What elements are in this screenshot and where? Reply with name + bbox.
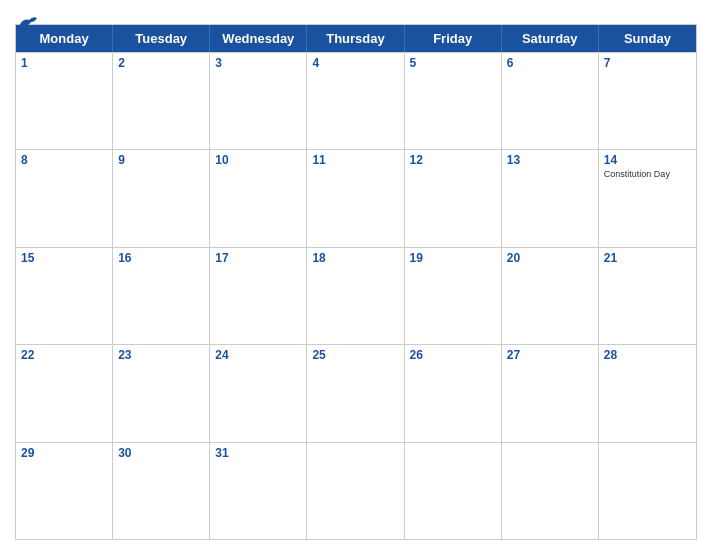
day-number: 1 <box>21 56 107 70</box>
day-cell: 7 <box>599 53 696 149</box>
day-number: 29 <box>21 446 107 460</box>
day-cell: 28 <box>599 345 696 441</box>
day-number: 26 <box>410 348 496 362</box>
day-cell: 6 <box>502 53 599 149</box>
weeks-container: 1234567891011121314Constitution Day15161… <box>16 52 696 539</box>
day-cell: 14Constitution Day <box>599 150 696 246</box>
day-cell: 1 <box>16 53 113 149</box>
day-cell: 13 <box>502 150 599 246</box>
calendar-header <box>15 10 697 18</box>
day-number: 27 <box>507 348 593 362</box>
day-cell: 3 <box>210 53 307 149</box>
day-cell: 24 <box>210 345 307 441</box>
week-row-1: 1234567 <box>16 52 696 149</box>
day-cell: 9 <box>113 150 210 246</box>
day-cell: 18 <box>307 248 404 344</box>
day-headers-row: MondayTuesdayWednesdayThursdayFridaySatu… <box>16 25 696 52</box>
day-number: 4 <box>312 56 398 70</box>
day-cell: 23 <box>113 345 210 441</box>
day-cell: 31 <box>210 443 307 539</box>
day-cell: 8 <box>16 150 113 246</box>
day-cell <box>405 443 502 539</box>
day-number: 11 <box>312 153 398 167</box>
day-cell <box>599 443 696 539</box>
day-header-tuesday: Tuesday <box>113 25 210 52</box>
day-header-saturday: Saturday <box>502 25 599 52</box>
day-number: 30 <box>118 446 204 460</box>
week-row-4: 22232425262728 <box>16 344 696 441</box>
calendar-container: MondayTuesdayWednesdayThursdayFridaySatu… <box>0 0 712 550</box>
day-cell: 25 <box>307 345 404 441</box>
day-number: 5 <box>410 56 496 70</box>
day-cell: 2 <box>113 53 210 149</box>
day-cell: 4 <box>307 53 404 149</box>
day-header-sunday: Sunday <box>599 25 696 52</box>
day-cell: 20 <box>502 248 599 344</box>
day-cell: 29 <box>16 443 113 539</box>
day-number: 14 <box>604 153 691 167</box>
day-number: 7 <box>604 56 691 70</box>
day-number: 24 <box>215 348 301 362</box>
day-number: 3 <box>215 56 301 70</box>
day-cell: 15 <box>16 248 113 344</box>
day-number: 23 <box>118 348 204 362</box>
day-number: 19 <box>410 251 496 265</box>
day-cell: 26 <box>405 345 502 441</box>
day-number: 15 <box>21 251 107 265</box>
event-label: Constitution Day <box>604 169 691 180</box>
day-cell: 21 <box>599 248 696 344</box>
day-number: 31 <box>215 446 301 460</box>
day-header-friday: Friday <box>405 25 502 52</box>
logo-bird-icon <box>17 14 39 30</box>
day-header-wednesday: Wednesday <box>210 25 307 52</box>
day-number: 16 <box>118 251 204 265</box>
day-number: 20 <box>507 251 593 265</box>
day-cell: 30 <box>113 443 210 539</box>
day-number: 9 <box>118 153 204 167</box>
day-cell: 22 <box>16 345 113 441</box>
day-number: 8 <box>21 153 107 167</box>
day-header-thursday: Thursday <box>307 25 404 52</box>
day-cell: 17 <box>210 248 307 344</box>
week-row-2: 891011121314Constitution Day <box>16 149 696 246</box>
week-row-3: 15161718192021 <box>16 247 696 344</box>
day-number: 6 <box>507 56 593 70</box>
calendar-grid: MondayTuesdayWednesdayThursdayFridaySatu… <box>15 24 697 540</box>
day-number: 21 <box>604 251 691 265</box>
day-number: 10 <box>215 153 301 167</box>
day-cell: 11 <box>307 150 404 246</box>
day-number: 12 <box>410 153 496 167</box>
day-number: 13 <box>507 153 593 167</box>
day-cell: 12 <box>405 150 502 246</box>
day-cell: 5 <box>405 53 502 149</box>
day-cell: 16 <box>113 248 210 344</box>
day-number: 17 <box>215 251 301 265</box>
day-number: 18 <box>312 251 398 265</box>
day-cell: 27 <box>502 345 599 441</box>
day-cell: 19 <box>405 248 502 344</box>
day-number: 2 <box>118 56 204 70</box>
day-number: 22 <box>21 348 107 362</box>
day-number: 25 <box>312 348 398 362</box>
week-row-5: 293031 <box>16 442 696 539</box>
day-cell: 10 <box>210 150 307 246</box>
day-cell <box>307 443 404 539</box>
day-cell <box>502 443 599 539</box>
day-number: 28 <box>604 348 691 362</box>
